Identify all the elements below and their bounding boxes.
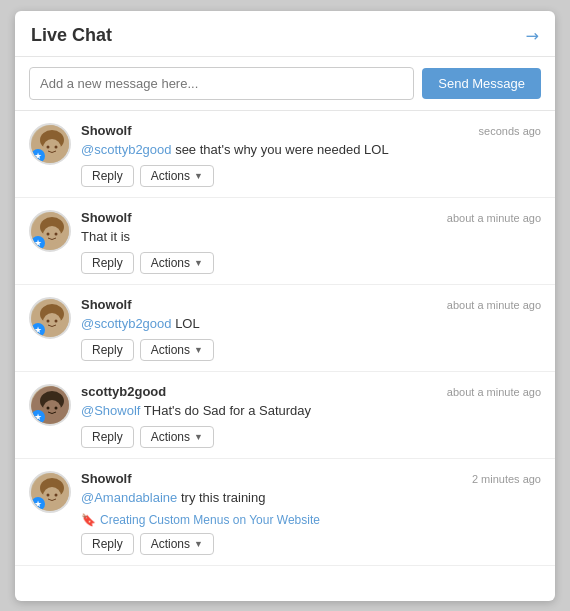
message-top: Showolfabout a minute ago xyxy=(81,297,541,312)
link-row: 🔖Creating Custom Menus on Your Website xyxy=(81,513,541,527)
svg-point-24 xyxy=(55,494,58,497)
avatar: ★ xyxy=(29,297,71,339)
message-text: @scottyb2good see that's why you were ne… xyxy=(81,141,541,159)
message-body: Showolfabout a minute ago@scottyb2good L… xyxy=(81,297,541,361)
avatar: ★ xyxy=(29,123,71,165)
timestamp: about a minute ago xyxy=(447,386,541,398)
sender-name: Showolf xyxy=(81,297,132,312)
message-input[interactable] xyxy=(29,67,414,100)
avatar-star-icon: ★ xyxy=(31,236,45,250)
svg-point-13 xyxy=(47,319,50,322)
sender-name: scottyb2good xyxy=(81,384,166,399)
chevron-down-icon: ▼ xyxy=(194,258,203,268)
message-top: Showolfabout a minute ago xyxy=(81,210,541,225)
messages-list: ★Showolfseconds ago@scottyb2good see tha… xyxy=(15,111,555,601)
sender-name: Showolf xyxy=(81,471,132,486)
reply-button[interactable]: Reply xyxy=(81,533,134,555)
svg-point-8 xyxy=(47,232,50,235)
svg-point-17 xyxy=(43,400,61,418)
sender-name: Showolf xyxy=(81,123,132,138)
svg-point-3 xyxy=(47,145,50,148)
message-item: ★Showolfabout a minute ago@scottyb2good … xyxy=(15,285,555,372)
svg-point-12 xyxy=(43,313,61,331)
reply-button[interactable]: Reply xyxy=(81,252,134,274)
message-body: scottyb2goodabout a minute ago@Showolf T… xyxy=(81,384,541,448)
svg-point-7 xyxy=(43,226,61,244)
svg-point-2 xyxy=(43,139,61,157)
message-top: scottyb2goodabout a minute ago xyxy=(81,384,541,399)
svg-point-23 xyxy=(47,494,50,497)
mention: @scottyb2good xyxy=(81,142,172,157)
message-item: ★scottyb2goodabout a minute ago@Showolf … xyxy=(15,372,555,459)
avatar: ★ xyxy=(29,384,71,426)
actions-row: ReplyActions▼ xyxy=(81,252,541,274)
actions-button[interactable]: Actions▼ xyxy=(140,339,214,361)
svg-point-18 xyxy=(47,407,50,410)
live-chat-panel: Live Chat ↗ Send Message ★Showolfseconds… xyxy=(15,11,555,601)
message-body: Showolfseconds ago@scottyb2good see that… xyxy=(81,123,541,187)
actions-row: ReplyActions▼ xyxy=(81,165,541,187)
message-text: That it is xyxy=(81,228,541,246)
timestamp: about a minute ago xyxy=(447,299,541,311)
bookmark-icon: 🔖 xyxy=(81,513,96,527)
send-message-button[interactable]: Send Message xyxy=(422,68,541,99)
svg-point-14 xyxy=(55,319,58,322)
actions-button[interactable]: Actions▼ xyxy=(140,533,214,555)
avatar-star-icon: ★ xyxy=(31,323,45,337)
svg-point-9 xyxy=(55,232,58,235)
actions-label: Actions xyxy=(151,537,190,551)
reply-button[interactable]: Reply xyxy=(81,426,134,448)
actions-button[interactable]: Actions▼ xyxy=(140,165,214,187)
actions-label: Actions xyxy=(151,430,190,444)
panel-header: Live Chat ↗ xyxy=(15,11,555,57)
chevron-down-icon: ▼ xyxy=(194,171,203,181)
actions-label: Actions xyxy=(151,343,190,357)
message-text: @Amandablaine try this training xyxy=(81,489,541,507)
mention: @Amandablaine xyxy=(81,490,177,505)
message-text: @Showolf THat's do Sad for a Saturday xyxy=(81,402,541,420)
avatar: ★ xyxy=(29,210,71,252)
chevron-down-icon: ▼ xyxy=(194,345,203,355)
message-body: Showolf2 minutes ago@Amandablaine try th… xyxy=(81,471,541,555)
message-plain-text: see that's why you were needed LOL xyxy=(172,142,389,157)
message-item: ★Showolf2 minutes ago@Amandablaine try t… xyxy=(15,459,555,566)
actions-label: Actions xyxy=(151,256,190,270)
timestamp: about a minute ago xyxy=(447,212,541,224)
message-plain-text: LOL xyxy=(172,316,200,331)
avatar-star-icon: ★ xyxy=(31,410,45,424)
message-top: Showolf2 minutes ago xyxy=(81,471,541,486)
training-link[interactable]: Creating Custom Menus on Your Website xyxy=(100,513,320,527)
expand-icon[interactable]: ↗ xyxy=(521,24,544,47)
reply-button[interactable]: Reply xyxy=(81,165,134,187)
message-input-row: Send Message xyxy=(15,57,555,111)
reply-button[interactable]: Reply xyxy=(81,339,134,361)
message-item: ★Showolfseconds ago@scottyb2good see tha… xyxy=(15,111,555,198)
chevron-down-icon: ▼ xyxy=(194,432,203,442)
timestamp: 2 minutes ago xyxy=(472,473,541,485)
avatar: ★ xyxy=(29,471,71,513)
chevron-down-icon: ▼ xyxy=(194,539,203,549)
timestamp: seconds ago xyxy=(479,125,541,137)
sender-name: Showolf xyxy=(81,210,132,225)
actions-row: ReplyActions▼ xyxy=(81,426,541,448)
actions-button[interactable]: Actions▼ xyxy=(140,426,214,448)
avatar-star-icon: ★ xyxy=(31,149,45,163)
actions-row: ReplyActions▼ xyxy=(81,339,541,361)
mention: @scottyb2good xyxy=(81,316,172,331)
message-plain-text: try this training xyxy=(177,490,265,505)
actions-button[interactable]: Actions▼ xyxy=(140,252,214,274)
message-text: @scottyb2good LOL xyxy=(81,315,541,333)
message-plain-text: THat's do Sad for a Saturday xyxy=(140,403,311,418)
svg-point-4 xyxy=(55,145,58,148)
actions-row: ReplyActions▼ xyxy=(81,533,541,555)
message-body: Showolfabout a minute agoThat it isReply… xyxy=(81,210,541,274)
svg-point-19 xyxy=(55,407,58,410)
message-plain-text: That it is xyxy=(81,229,130,244)
actions-label: Actions xyxy=(151,169,190,183)
panel-title: Live Chat xyxy=(31,25,112,46)
mention: @Showolf xyxy=(81,403,140,418)
message-top: Showolfseconds ago xyxy=(81,123,541,138)
svg-point-22 xyxy=(43,487,61,505)
message-item: ★Showolfabout a minute agoThat it isRepl… xyxy=(15,198,555,285)
